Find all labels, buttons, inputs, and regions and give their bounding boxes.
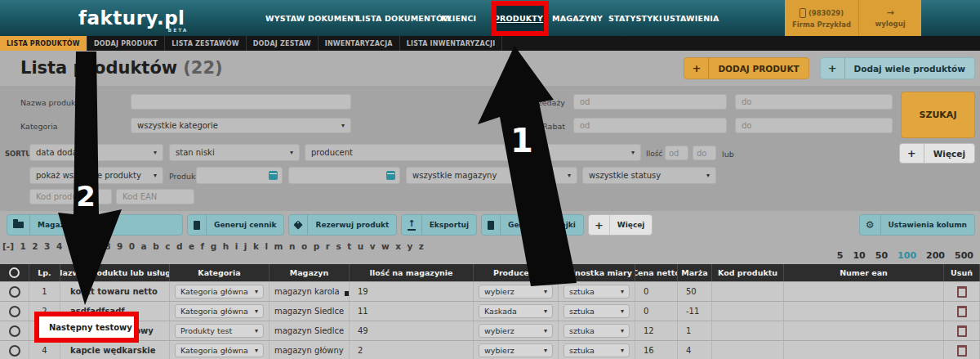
index-y[interactable]: y [408,241,413,251]
index-l[interactable]: l [265,241,268,251]
add-many-products-button[interactable]: + Dodaj wiele produktów [820,57,975,79]
more-filters-button[interactable]: + Więcej [899,143,975,164]
index-r[interactable]: r [326,241,330,251]
sale-price-to-input[interactable] [735,94,893,110]
printer-button[interactable] [87,214,183,236]
tab-inwentaryzacja[interactable]: INWENTARYZACJA [318,36,400,51]
rabat-from-input[interactable] [573,118,727,133]
category-cell-select[interactable]: Kategoria główna▾ [175,304,264,318]
producer-cell-select[interactable]: wybierz▾ [479,324,553,338]
index-4[interactable]: 4 [56,241,62,251]
category-select[interactable]: wszystkie kategorie▾ [131,118,351,133]
index-o[interactable]: o [301,241,307,251]
quantity-from-input[interactable] [665,146,688,160]
index-c[interactable]: c [165,241,170,251]
menu-item-wystaw-dokument[interactable]: WYSTAW DOKUMENT [265,0,359,36]
index-z[interactable]: z [419,241,424,251]
category-cell-select[interactable]: Kategoria główna▾ [175,343,264,357]
production-date-to[interactable] [288,167,400,184]
delete-button[interactable] [957,286,967,298]
tab-lista-inwentaryzacji[interactable]: LISTA INWENTARYZACJI [400,36,503,51]
index-5[interactable]: 5 [69,241,74,251]
index-i[interactable]: i [235,241,238,251]
row-radio[interactable] [9,286,20,298]
wi-cej-button[interactable]: +Więcej [588,214,653,236]
column-settings-button[interactable]: ⚙ Ustawienia kolumn [859,214,975,236]
quantity-to-input[interactable] [693,146,716,160]
index-8[interactable]: 8 [105,241,110,251]
sort-select-producer[interactable]: producent▾ [305,144,641,161]
sale-price-from-input[interactable] [573,94,727,110]
index-n[interactable]: n [289,241,295,251]
menu-item-klienci[interactable]: KLIENCI [441,0,476,36]
index-f[interactable]: f [201,241,205,251]
page-size-500[interactable]: 500 [955,250,973,261]
index-v[interactable]: v [370,241,376,251]
index-h[interactable]: h [223,241,229,251]
index-a[interactable]: a [141,241,147,251]
index-1[interactable]: 1 [20,241,25,251]
index-b[interactable]: b [153,241,159,251]
page-size-5[interactable]: 5 [837,250,844,261]
page-size-200[interactable]: 200 [926,250,945,261]
status-select[interactable]: wszystkie statusy▾ [582,167,716,184]
sort-select-date-added[interactable]: data dodania▾ [29,144,163,161]
search-button[interactable]: SZUKAJ [901,92,975,138]
index-j[interactable]: j [244,241,247,251]
logout-button[interactable]: → wyloguj [858,0,921,36]
index-u[interactable]: u [358,241,363,251]
index-e[interactable]: e [189,241,194,251]
index-2[interactable]: 2 [32,241,38,251]
menu-item-statystyki[interactable]: STATYSTYKI [608,0,662,36]
producer-cell-select[interactable]: wybierz▾ [479,285,553,298]
sort-select-low-stock[interactable]: stan niski▾ [169,144,300,161]
delete-button[interactable] [957,325,967,337]
menu-item-ustawienia[interactable]: USTAWIENIA [663,0,719,36]
index-3[interactable]: 3 [44,241,50,251]
index-t[interactable]: t [347,241,351,251]
row-radio[interactable] [9,345,20,357]
add-product-button[interactable]: + DODAJ PRODUKT [684,57,808,79]
index-9[interactable]: 9 [117,241,122,251]
tab-lista-zestaw-w[interactable]: LISTA ZESTAWÓW [165,36,247,51]
warehouse-select[interactable]: wszystkie magazyny▾ [406,167,577,184]
index-m[interactable]: m [274,241,283,251]
index-g[interactable]: g [211,241,217,251]
page-size-100[interactable]: 100 [898,250,916,261]
page-size-50[interactable]: 50 [875,250,888,261]
row-radio[interactable] [9,325,20,337]
production-date-from[interactable] [196,167,283,184]
index-s[interactable]: s [336,241,341,251]
rezerwuj-produkt-button[interactable]: Rezerwuj produkt [288,214,397,236]
menu-item-magazyny[interactable]: MAGAZYNY [552,0,603,36]
tab-lista-produkt-w[interactable]: LISTA PRODUKTÓW [0,36,87,51]
delete-button[interactable] [957,345,967,357]
menu-item-lista-dokument-w[interactable]: LISTA DOKUMENTÓW [357,0,452,36]
row-radio[interactable] [9,306,20,317]
ean-code-input[interactable] [116,189,194,204]
producer-cell-select[interactable]: Kaskada▾ [479,304,553,318]
product-name-input[interactable] [131,94,351,110]
index-k[interactable]: k [253,241,259,251]
magazyn-button[interactable]: Magazyn [7,214,82,236]
index-p[interactable]: p [314,241,320,251]
delete-button[interactable] [957,306,967,317]
generuj-cennik-button[interactable]: Generuj cennik [187,214,284,236]
index-0[interactable]: 0 [129,241,135,251]
tab-dodaj-produkt[interactable]: DODAJ PRODUKT [87,36,165,51]
unit-cell-select[interactable]: sztuka▾ [564,304,630,318]
unit-cell-select[interactable]: sztuka▾ [564,343,630,357]
tab-dodaj-zestaw[interactable]: DODAJ ZESTAW [247,36,318,51]
index-[interactable]: [-] [2,241,14,251]
eksportuj-button[interactable]: ↑Eksportuj [401,214,477,236]
page-size-10[interactable]: 10 [853,250,865,261]
generuj-naklejki-button[interactable]: Generuj naklejki [481,214,584,236]
producer-cell-select[interactable]: wybierz▾ [479,343,553,357]
show-all-select[interactable]: pokaż wszystkie produkty▾ [29,167,163,184]
category-cell-select[interactable]: Kategoria główna▾ [175,285,264,298]
unit-cell-select[interactable]: sztuka▾ [564,324,630,338]
category-cell-select[interactable]: Produkty test▾ [175,324,264,338]
index-x[interactable]: x [395,241,401,251]
product-code-input[interactable] [29,189,112,204]
company-button[interactable]: (983029) Firma Przykład [785,0,858,36]
